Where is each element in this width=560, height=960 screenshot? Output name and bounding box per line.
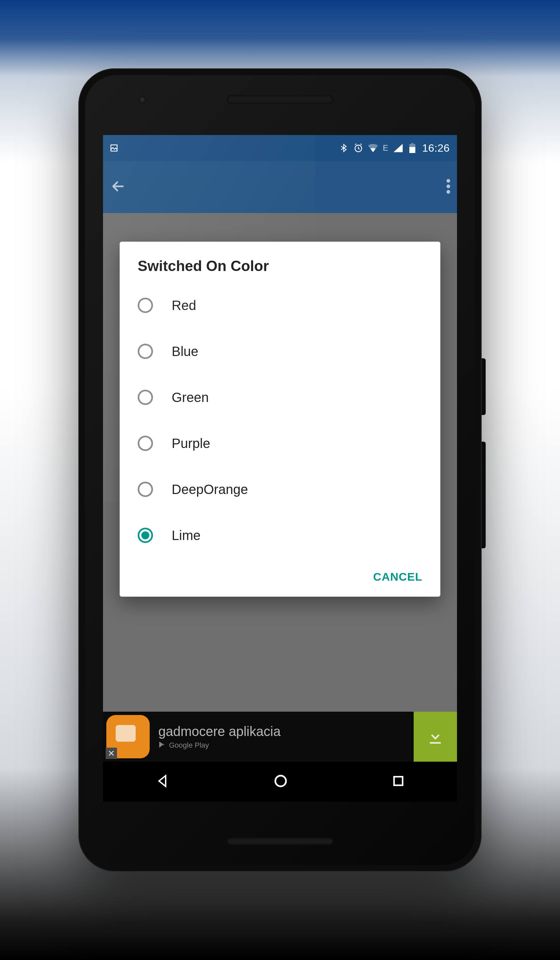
radio-option-label: DeepOrange — [172, 482, 248, 497]
nav-back-button[interactable] — [154, 773, 170, 790]
phone-frame: E 16:26 — [78, 68, 482, 872]
radio-option-label: Green — [172, 390, 209, 405]
phone-bottom-speaker — [227, 838, 333, 845]
android-nav-bar — [103, 762, 457, 802]
ad-text: gadmocere aplikacia Google Play — [158, 724, 414, 750]
overflow-menu-button[interactable] — [446, 179, 450, 195]
radio-selected-icon — [138, 528, 153, 543]
ad-download-button[interactable] — [414, 712, 457, 762]
radio-option[interactable]: Purple — [138, 420, 422, 466]
radio-option[interactable]: Blue — [138, 328, 422, 374]
svg-point-7 — [446, 190, 450, 194]
radio-unselected-icon — [138, 390, 153, 405]
radio-option-label: Purple — [172, 436, 210, 451]
signal-icon — [393, 143, 403, 153]
nav-recents-button[interactable] — [391, 774, 406, 790]
wifi-icon — [368, 143, 378, 153]
radio-unselected-icon — [138, 436, 153, 451]
radio-unselected-icon — [138, 344, 153, 359]
phone-side-button — [482, 358, 486, 415]
status-bar: E 16:26 — [103, 135, 457, 161]
radio-option[interactable]: Green — [138, 374, 422, 420]
svg-rect-4 — [411, 143, 413, 144]
nav-home-button[interactable] — [273, 773, 289, 790]
ad-app-icon: ✕ — [106, 715, 150, 758]
svg-rect-3 — [409, 147, 415, 153]
radio-list: RedBlueGreenPurpleDeepOrangeLime — [120, 282, 440, 558]
battery-icon — [407, 143, 418, 153]
google-play-icon — [158, 741, 166, 750]
svg-point-5 — [446, 179, 450, 183]
radio-option-label: Blue — [172, 344, 198, 359]
radio-option[interactable]: DeepOrange — [138, 466, 422, 512]
radio-unselected-icon — [138, 298, 153, 313]
svg-rect-0 — [111, 145, 117, 151]
radio-unselected-icon — [138, 482, 153, 497]
svg-point-8 — [275, 776, 286, 786]
network-type-label: E — [382, 143, 388, 153]
radio-option-label: Lime — [172, 528, 201, 543]
ad-close-button[interactable]: ✕ — [106, 748, 117, 759]
radio-option-label: Red — [172, 298, 196, 313]
clock-label: 16:26 — [422, 142, 450, 154]
svg-point-6 — [446, 185, 450, 188]
ad-title: gadmocere aplikacia — [158, 724, 414, 739]
svg-rect-9 — [394, 777, 403, 786]
page-background: E 16:26 — [0, 0, 560, 960]
back-button[interactable] — [110, 178, 126, 196]
cancel-button[interactable]: CANCEL — [373, 570, 422, 583]
radio-option[interactable]: Red — [138, 282, 422, 328]
screenshot-notification-icon — [109, 143, 119, 153]
alarm-icon — [354, 143, 363, 153]
phone-side-button — [482, 442, 486, 548]
ad-banner[interactable]: ✕ gadmocere aplikacia Google Play — [103, 712, 457, 762]
screen: E 16:26 — [103, 135, 457, 802]
bluetooth-icon — [339, 143, 349, 153]
ad-store-label: Google Play — [169, 741, 209, 750]
color-picker-dialog: Switched On Color RedBlueGreenPurpleDeep… — [120, 242, 440, 597]
phone-front-camera — [138, 96, 146, 104]
radio-option[interactable]: Lime — [138, 512, 422, 558]
app-bar — [103, 161, 457, 213]
dialog-title: Switched On Color — [120, 258, 440, 282]
phone-speaker — [227, 95, 333, 104]
